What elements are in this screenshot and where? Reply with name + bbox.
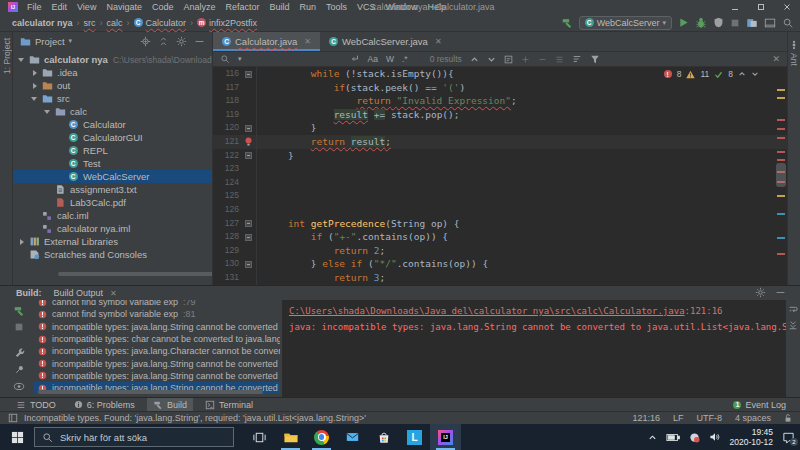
gear-icon[interactable] — [176, 36, 187, 47]
taskbar-search-input[interactable]: Skriv här för att söka — [34, 427, 234, 447]
debug-button[interactable] — [695, 17, 707, 29]
file-encoding[interactable]: UTF-8 — [696, 413, 722, 423]
breadcrumb-src[interactable]: src — [82, 18, 98, 28]
prev-error-icon[interactable] — [738, 70, 746, 78]
soft-wrap-icon[interactable] — [788, 304, 798, 314]
build-error-row[interactable]: cannot find symbol variable exp:79 — [34, 300, 280, 308]
scrollbar-thumb[interactable] — [776, 163, 786, 187]
tree-item-calc-iml[interactable]: calc.iml — [13, 209, 212, 222]
code-line-127[interactable]: 127 int getPrecedence(String op) { — [213, 217, 787, 231]
build-list-scrollbar[interactable] — [38, 390, 263, 394]
wrench-icon[interactable] — [14, 347, 25, 358]
hide-build-panel-icon[interactable] — [775, 287, 786, 298]
battery-icon[interactable] — [666, 433, 680, 442]
find-in-selection-icon[interactable] — [504, 55, 513, 64]
tree-item-idea[interactable]: .idea — [13, 66, 212, 79]
match-case-toggle[interactable]: Aa — [368, 54, 378, 64]
code-line-129[interactable]: 129 return 2; — [213, 244, 787, 258]
search-history-icon[interactable]: ▾ — [238, 55, 242, 63]
rerun-build-icon[interactable] — [13, 305, 25, 317]
code-line-117[interactable]: 117 if(stack.peek() == '(') — [213, 81, 787, 95]
restore-layout-icon[interactable] — [764, 17, 776, 29]
project-horizontal-scrollbar[interactable] — [58, 272, 213, 276]
build-hammer-icon[interactable] — [561, 17, 573, 29]
minimize-button[interactable] — [722, 0, 748, 14]
chevron-right-icon[interactable] — [18, 237, 27, 246]
tab-webcalcserver-java[interactable]: CWebCalcServer.java✕ — [320, 32, 451, 51]
taskbar-intellij[interactable]: IJ — [430, 424, 461, 450]
taskbar-file-explorer[interactable] — [275, 424, 306, 450]
code-line-130[interactable]: 130 } else if ("*/".contains(op)) { — [213, 257, 787, 271]
hide-panel-icon[interactable] — [194, 36, 205, 47]
code-line-126[interactable]: 126 — [213, 203, 787, 217]
fold-marker-icon[interactable] — [245, 125, 252, 132]
code-line-120[interactable]: 120 } — [213, 121, 787, 135]
tree-item-calculator[interactable]: CCalculator — [13, 118, 212, 131]
tree-item-calculator-nya[interactable]: calculator nyaC:\Users\shada\Downloads\J… — [13, 53, 212, 66]
collapse-all-icon[interactable] — [158, 36, 169, 47]
line-ending[interactable]: LF — [673, 413, 684, 423]
stop-build-icon[interactable] — [14, 322, 24, 332]
code-line-131[interactable]: 131 return 3; — [213, 271, 787, 285]
build-error-row[interactable]: incompatible types: char cannot be conve… — [34, 333, 280, 345]
build-output-tab[interactable]: Build Output ✕ — [54, 288, 117, 298]
code-line-123[interactable]: 123 — [213, 162, 787, 176]
add-occurrence-icon[interactable] — [521, 55, 530, 64]
run-configuration-select[interactable]: C WebCalcServer ▾ — [579, 16, 672, 30]
build-settings-gear-icon[interactable] — [755, 287, 766, 298]
toolwindow-todo[interactable]: TODO — [10, 398, 62, 412]
stop-button[interactable] — [730, 18, 740, 28]
menu-code[interactable]: Code — [147, 0, 179, 14]
breadcrumb-calculator[interactable]: CCalculator — [132, 18, 189, 28]
tree-item-calculatorgui[interactable]: CCalculatorGUI — [13, 131, 212, 144]
close-icon[interactable]: ✕ — [304, 37, 311, 46]
close-icon[interactable]: ✕ — [110, 289, 117, 298]
build-error-row[interactable]: incompatible types: java.lang.String can… — [34, 357, 280, 369]
pin-icon[interactable] — [14, 364, 25, 375]
indent-setting[interactable]: 4 spaces — [735, 413, 771, 423]
close-icon[interactable]: ✕ — [435, 37, 442, 46]
tab-calculator-java[interactable]: CCalculator.java✕ — [213, 32, 320, 51]
build-error-row[interactable]: cannot find symbol variable exp:81 — [34, 308, 280, 320]
inspections-widget[interactable]: !8 11 8 — [664, 69, 759, 79]
regex-toggle[interactable]: .* — [402, 54, 408, 64]
sort-lines-icon[interactable] — [572, 54, 582, 64]
code-line-119[interactable]: 119 result += stack.pop(); — [213, 108, 787, 122]
breadcrumb-infix2postfix[interactable]: minfix2Postfix — [195, 18, 259, 28]
tree-item-calculator-nya-iml[interactable]: calculator nya.iml — [13, 222, 212, 235]
menu-edit[interactable]: Edit — [47, 0, 73, 14]
tree-item-test[interactable]: CTest — [13, 157, 212, 170]
menu-tools[interactable]: Tools — [321, 0, 352, 14]
scroll-to-end-icon[interactable] — [788, 320, 798, 330]
code-line-118[interactable]: 118 return "Invalid Expression"; — [213, 94, 787, 108]
toolwindow-build[interactable]: Build — [147, 398, 193, 412]
stripe-project-button[interactable]: 1: Project — [2, 38, 12, 74]
toolwindow-terminal[interactable]: Terminal — [199, 398, 259, 412]
code-line-124[interactable]: 124 — [213, 176, 787, 190]
chevron-right-icon[interactable] — [31, 81, 40, 90]
tray-expand-icon[interactable] — [648, 433, 657, 442]
tree-item-external-libraries[interactable]: External Libraries — [13, 235, 212, 248]
filter-icon[interactable] — [590, 54, 600, 64]
build-error-row[interactable]: incompatible types: java.lang.Character … — [34, 345, 280, 357]
tree-item-webcalcserver[interactable]: CWebCalcServer — [13, 170, 212, 183]
code-line-128[interactable]: 128 if ("+-".contains(op)) { — [213, 230, 787, 244]
code-line-122[interactable]: 122 } — [213, 149, 787, 163]
tray-status-icon[interactable] — [689, 432, 700, 443]
error-file-link[interactable]: C:\Users\shada\Downloads\Java del\calcul… — [289, 306, 685, 316]
menu-view[interactable]: View — [72, 0, 101, 14]
taskbar-chrome[interactable] — [306, 424, 337, 450]
menu-run[interactable]: Run — [295, 0, 322, 14]
locate-file-icon[interactable] — [140, 36, 151, 47]
event-log-button[interactable]: 1 Event Log — [733, 400, 786, 410]
coverage-button[interactable] — [713, 17, 724, 28]
chevron-down-icon[interactable] — [31, 94, 40, 103]
toolwindow-6-problems[interactable]: 6: Problems — [68, 398, 141, 412]
eye-filter-icon[interactable] — [13, 382, 25, 391]
volume-icon[interactable] — [709, 432, 721, 442]
menu-navigate[interactable]: Navigate — [101, 0, 147, 14]
taskbar-clock[interactable]: 19:45 2020-10-12 — [730, 427, 773, 447]
search-everywhere-icon[interactable] — [782, 17, 794, 29]
maximize-button[interactable] — [748, 0, 774, 14]
menu-file[interactable]: File — [22, 0, 47, 14]
